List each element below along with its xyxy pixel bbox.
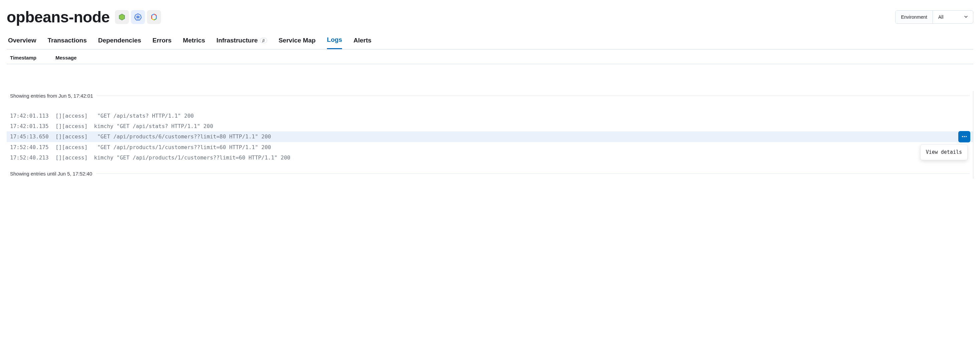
more-horizontal-icon xyxy=(962,136,967,137)
log-row[interactable]: 17:42:01.113[][access] "GET /api/stats? … xyxy=(7,111,973,121)
log-message: [][access] "GET /api/products/6/customer… xyxy=(56,132,970,141)
page-header: opbeans-node Environment All xyxy=(7,0,973,32)
log-row[interactable]: 17:52:40.175[][access] "GET /api/product… xyxy=(7,142,973,152)
tab-transactions[interactable]: Transactions xyxy=(48,36,87,49)
log-timestamp: 17:42:01.113 xyxy=(10,111,56,120)
column-header-message: Message xyxy=(56,55,970,61)
service-icon-group xyxy=(115,10,161,24)
tab-infrastructure[interactable]: Infrastructureβ xyxy=(216,36,267,49)
chevron-down-icon xyxy=(964,14,968,20)
log-timestamp: 17:45:13.650 xyxy=(10,132,56,141)
log-message: [][access] kimchy "GET /api/products/1/c… xyxy=(56,153,970,162)
row-actions-button[interactable] xyxy=(958,131,970,142)
environment-label: Environment xyxy=(896,11,933,23)
log-timestamp: 17:52:40.213 xyxy=(10,153,56,162)
log-boundary-until: Showing entries until Jun 5, 17:52:40 xyxy=(7,169,973,179)
log-message: [][access] kimchy "GET /api/stats? HTTP/… xyxy=(56,122,970,131)
log-row[interactable]: 17:52:40.213[][access] kimchy "GET /api/… xyxy=(7,152,973,163)
tabs-nav: OverviewTransactionsDependenciesErrorsMe… xyxy=(7,32,973,50)
log-stream: Showing entries from Jun 5, 17:42:01 17:… xyxy=(7,91,973,179)
svg-rect-11 xyxy=(962,136,963,137)
log-row[interactable]: 17:42:01.135[][access] kimchy "GET /api/… xyxy=(7,121,973,131)
tab-service-map[interactable]: Service Map xyxy=(278,36,316,49)
log-timestamp: 17:52:40.175 xyxy=(10,143,56,152)
log-boundary-from: Showing entries from Jun 5, 17:42:01 xyxy=(7,91,973,101)
tab-errors[interactable]: Errors xyxy=(153,36,172,49)
kubernetes-icon[interactable] xyxy=(131,10,145,24)
tab-logs[interactable]: Logs xyxy=(327,36,342,49)
page-title: opbeans-node xyxy=(7,8,110,26)
log-message: [][access] "GET /api/stats? HTTP/1.1" 20… xyxy=(56,111,970,120)
svg-rect-12 xyxy=(964,136,965,137)
log-column-headers: Timestamp Message xyxy=(7,50,973,64)
tab-dependencies[interactable]: Dependencies xyxy=(98,36,141,49)
log-row[interactable]: 17:45:13.650[][access] "GET /api/product… xyxy=(7,131,973,142)
tab-alerts[interactable]: Alerts xyxy=(353,36,371,49)
cloud-icon[interactable] xyxy=(147,10,161,24)
environment-selector[interactable]: Environment All xyxy=(895,10,973,24)
environment-value: All xyxy=(933,14,973,20)
log-rows: 17:42:01.113[][access] "GET /api/stats? … xyxy=(7,111,973,163)
log-timestamp: 17:42:01.135 xyxy=(10,122,56,131)
tab-metrics[interactable]: Metrics xyxy=(183,36,205,49)
svg-rect-13 xyxy=(966,136,967,137)
beta-badge: β xyxy=(260,38,267,43)
tab-overview[interactable]: Overview xyxy=(8,36,37,49)
column-header-timestamp: Timestamp xyxy=(10,55,56,61)
nodejs-icon[interactable] xyxy=(115,10,129,24)
log-message: [][access] "GET /api/products/1/customer… xyxy=(56,143,970,152)
title-group: opbeans-node xyxy=(7,8,161,26)
